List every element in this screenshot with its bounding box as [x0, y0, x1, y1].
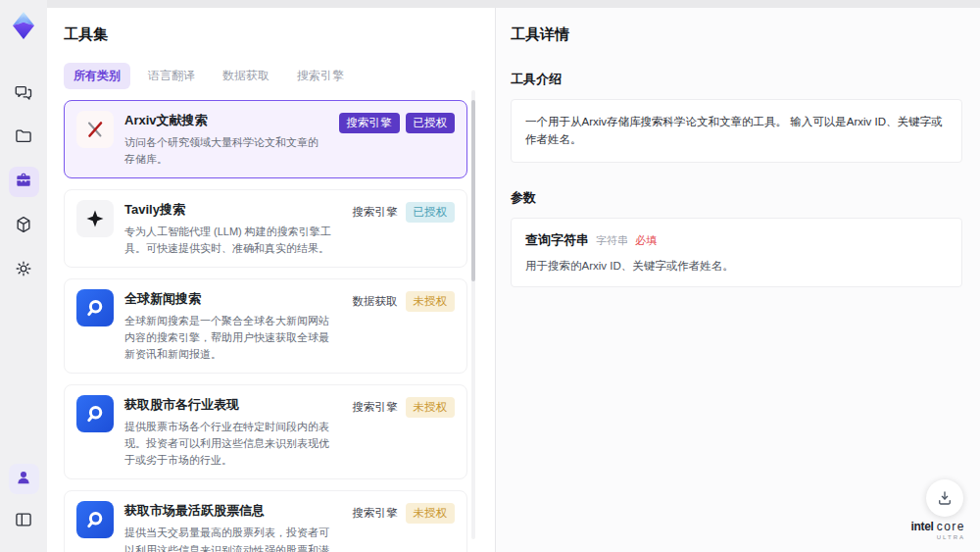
bluesearch-icon — [76, 501, 114, 538]
tool-list: Arxiv文献搜索访问各个研究领域大量科学论文和文章的存储库。搜索引擎已授权Ta… — [64, 100, 467, 552]
intro-heading: 工具介绍 — [511, 71, 980, 88]
param-description: 用于搜索的Arxiv ID、关键字或作者姓名。 — [525, 259, 948, 274]
status-badge: 未授权 — [406, 291, 456, 312]
sidebar-item-cube[interactable] — [9, 211, 39, 241]
tool-info: 获取市场最活跃股票信息提供当天交易量最高的股票列表，投资者可以利用这些信息来识别… — [124, 501, 340, 552]
sidebar-item-settings[interactable] — [9, 255, 39, 285]
sidebar-item-user[interactable] — [9, 464, 39, 494]
tool-card-3[interactable]: 获取股市各行业表现提供股票市场各个行业在特定时间段内的表现。投资者可以利用这些信… — [64, 384, 467, 479]
app-logo — [8, 10, 39, 41]
tool-name: 全球新闻搜索 — [124, 290, 340, 308]
sidebar-rail — [0, 0, 47, 552]
tab-0[interactable]: 所有类别 — [64, 63, 130, 89]
tab-2[interactable]: 数据获取 — [213, 63, 279, 89]
tab-1[interactable]: 语言翻译 — [138, 63, 205, 89]
category-label: 搜索引擎 — [351, 503, 400, 524]
category-label: 搜索引擎 — [351, 397, 400, 418]
folder-icon — [14, 126, 33, 150]
download-icon — [936, 489, 954, 507]
tool-card-2[interactable]: 全球新闻搜索全球新闻搜索是一个聚合全球各大新闻网站内容的搜索引擎，帮助用户快速获… — [64, 278, 467, 374]
param-name: 查询字符串 — [525, 231, 589, 249]
detail-title: 工具详情 — [511, 25, 980, 44]
category-label: 搜索引擎 — [351, 202, 400, 223]
params-heading: 参数 — [511, 189, 980, 207]
panel-icon — [14, 510, 33, 533]
brand-ultra: Ultra — [910, 534, 965, 540]
tool-badges: 搜索引擎已授权 — [351, 200, 456, 257]
tool-name: Tavily搜索 — [124, 201, 340, 219]
tool-detail-panel: 工具详情 工具介绍 一个用于从Arxiv存储库搜索科学论文和文章的工具。 输入可… — [495, 8, 980, 552]
toolbox-icon — [14, 171, 33, 194]
cube-icon — [14, 215, 33, 238]
tool-info: 全球新闻搜索全球新闻搜索是一个聚合全球各大新闻网站内容的搜索引擎，帮助用户快速获… — [124, 289, 340, 363]
bluesearch-icon — [76, 289, 114, 326]
tool-list-panel: 工具集 所有类别语言翻译数据获取搜索引擎 Arxiv文献搜索访问各个研究领域大量… — [47, 8, 495, 552]
category-tabs: 所有类别语言翻译数据获取搜索引擎 — [64, 63, 495, 89]
param-type: 字符串 — [596, 233, 628, 248]
tool-name: Arxiv文献搜索 — [124, 112, 328, 129]
tool-card-4[interactable]: 获取市场最活跃股票信息提供当天交易量最高的股票列表，投资者可以利用这些信息来识别… — [64, 490, 467, 552]
tool-badges: 搜索引擎未授权 — [351, 395, 456, 469]
tool-info: 获取股市各行业表现提供股票市场各个行业在特定时间段内的表现。投资者可以利用这些信… — [124, 395, 340, 469]
param-box: 查询字符串 字符串 必填 用于搜索的Arxiv ID、关键字或作者姓名。 — [511, 218, 962, 287]
chat-icon — [14, 82, 33, 106]
status-badge: 未授权 — [406, 503, 456, 524]
sidebar-item-chat[interactable] — [9, 78, 39, 109]
arxiv-icon — [76, 111, 114, 148]
bluesearch-icon — [76, 395, 114, 432]
category-badge: 搜索引擎 — [339, 113, 400, 133]
settings-icon — [14, 259, 33, 282]
brand-intel: intel — [910, 520, 933, 533]
download-button[interactable] — [926, 479, 963, 517]
status-badge: 已授权 — [406, 113, 456, 133]
tool-description: 全球新闻搜索是一个聚合全球各大新闻网站内容的搜索引擎，帮助用户快速获取全球最新资… — [124, 313, 340, 363]
intel-core-logo: intelcore Ultra — [910, 521, 965, 540]
tool-description: 专为人工智能代理 (LLM) 构建的搜索引擎工具。可快速提供实时、准确和真实的结… — [124, 224, 340, 257]
tool-info: Tavily搜索专为人工智能代理 (LLM) 构建的搜索引擎工具。可快速提供实时… — [124, 200, 340, 257]
list-scrollbar-track[interactable] — [471, 90, 475, 539]
status-badge: 已授权 — [406, 202, 456, 223]
sidebar-item-toolbox[interactable] — [9, 167, 39, 197]
tool-card-1[interactable]: Tavily搜索专为人工智能代理 (LLM) 构建的搜索引擎工具。可快速提供实时… — [64, 189, 467, 268]
intro-box: 一个用于从Arxiv存储库搜索科学论文和文章的工具。 输入可以是Arxiv ID… — [511, 99, 962, 163]
list-scrollbar-thumb[interactable] — [471, 100, 475, 281]
param-required-badge: 必填 — [635, 233, 657, 248]
intro-text: 一个用于从Arxiv存储库搜索科学论文和文章的工具。 输入可以是Arxiv ID… — [525, 113, 948, 149]
brand-core: core — [937, 520, 965, 533]
sidebar-item-panel[interactable] — [9, 506, 39, 536]
category-label: 数据获取 — [351, 291, 400, 312]
status-badge: 未授权 — [406, 397, 456, 418]
tool-card-0[interactable]: Arxiv文献搜索访问各个研究领域大量科学论文和文章的存储库。搜索引擎已授权 — [64, 100, 467, 178]
tool-name: 获取股市各行业表现 — [124, 396, 340, 414]
tool-description: 提供当天交易量最高的股票列表，投资者可以利用这些信息来识别流动性强的股票和潜在的… — [124, 525, 340, 552]
tab-3[interactable]: 搜索引擎 — [287, 63, 354, 89]
tool-name: 获取市场最活跃股票信息 — [124, 502, 340, 520]
tool-badges: 搜索引擎未授权 — [351, 501, 456, 552]
sidebar-item-folder[interactable] — [9, 123, 39, 153]
tool-description: 提供股票市场各个行业在特定时间段内的表现。投资者可以利用这些信息来识别表现优于或… — [124, 419, 340, 469]
page-title: 工具集 — [64, 25, 495, 44]
user-icon — [14, 468, 33, 491]
tool-info: Arxiv文献搜索访问各个研究领域大量科学论文和文章的存储库。 — [124, 111, 328, 168]
tool-description: 访问各个研究领域大量科学论文和文章的存储库。 — [124, 134, 328, 168]
tool-badges: 搜索引擎已授权 — [339, 111, 456, 168]
tool-badges: 数据获取未授权 — [351, 289, 456, 363]
tavily-icon — [76, 200, 114, 237]
